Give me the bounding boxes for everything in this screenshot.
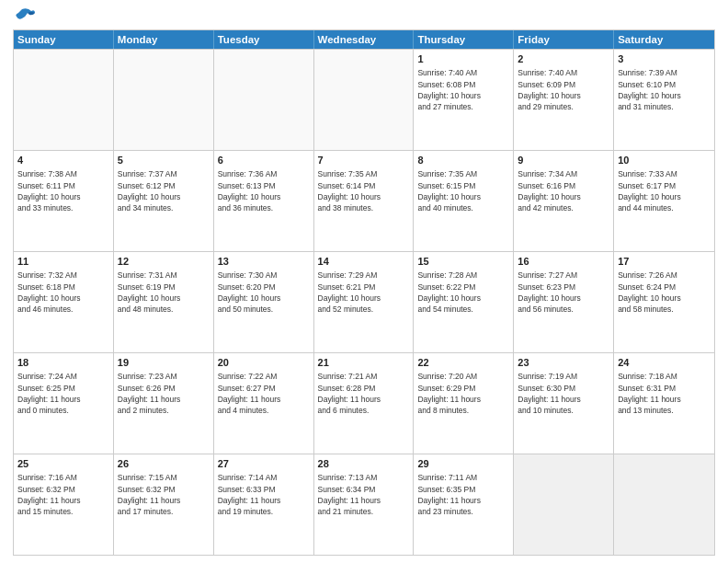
day-number: 16 bbox=[518, 255, 609, 269]
cal-header-sunday: Sunday bbox=[14, 30, 114, 49]
cal-cell-day-26: 26Sunrise: 7:15 AM Sunset: 6:32 PM Dayli… bbox=[114, 454, 214, 555]
cal-cell-day-16: 16Sunrise: 7:27 AM Sunset: 6:23 PM Dayli… bbox=[514, 252, 614, 352]
day-info: Sunrise: 7:30 AM Sunset: 6:20 PM Dayligh… bbox=[218, 270, 310, 315]
day-info: Sunrise: 7:31 AM Sunset: 6:19 PM Dayligh… bbox=[118, 270, 210, 315]
day-info: Sunrise: 7:15 AM Sunset: 6:32 PM Dayligh… bbox=[118, 472, 210, 517]
cal-cell-day-14: 14Sunrise: 7:29 AM Sunset: 6:21 PM Dayli… bbox=[314, 252, 415, 352]
cal-cell-day-8: 8Sunrise: 7:35 AM Sunset: 6:15 PM Daylig… bbox=[414, 151, 514, 251]
calendar-week-5: 25Sunrise: 7:16 AM Sunset: 6:32 PM Dayli… bbox=[14, 454, 714, 555]
day-number: 17 bbox=[618, 255, 711, 269]
day-number: 4 bbox=[17, 154, 109, 167]
calendar: SundayMondayTuesdayWednesdayThursdayFrid… bbox=[13, 29, 715, 556]
calendar-body: 1Sunrise: 7:40 AM Sunset: 6:08 PM Daylig… bbox=[14, 49, 714, 555]
cal-header-friday: Friday bbox=[514, 30, 614, 49]
day-number: 6 bbox=[218, 154, 310, 167]
cal-cell-day-22: 22Sunrise: 7:20 AM Sunset: 6:29 PM Dayli… bbox=[414, 353, 514, 454]
day-number: 2 bbox=[518, 52, 609, 66]
cal-cell-day-11: 11Sunrise: 7:32 AM Sunset: 6:18 PM Dayli… bbox=[14, 252, 114, 352]
day-number: 10 bbox=[618, 154, 711, 167]
day-number: 11 bbox=[17, 255, 109, 269]
day-info: Sunrise: 7:16 AM Sunset: 6:32 PM Dayligh… bbox=[17, 472, 109, 517]
day-info: Sunrise: 7:19 AM Sunset: 6:30 PM Dayligh… bbox=[518, 371, 609, 416]
day-info: Sunrise: 7:39 AM Sunset: 6:10 PM Dayligh… bbox=[618, 67, 711, 112]
cal-header-saturday: Saturday bbox=[614, 30, 714, 49]
day-info: Sunrise: 7:21 AM Sunset: 6:28 PM Dayligh… bbox=[318, 371, 410, 416]
header bbox=[13, 11, 715, 24]
day-info: Sunrise: 7:23 AM Sunset: 6:26 PM Dayligh… bbox=[118, 371, 210, 416]
day-number: 3 bbox=[618, 52, 711, 66]
day-number: 5 bbox=[118, 154, 210, 167]
day-info: Sunrise: 7:22 AM Sunset: 6:27 PM Dayligh… bbox=[218, 371, 310, 416]
cal-cell-day-20: 20Sunrise: 7:22 AM Sunset: 6:27 PM Dayli… bbox=[214, 353, 314, 454]
logo bbox=[13, 11, 35, 24]
day-number: 13 bbox=[218, 255, 310, 269]
cal-cell-empty bbox=[314, 50, 415, 150]
cal-cell-day-13: 13Sunrise: 7:30 AM Sunset: 6:20 PM Dayli… bbox=[214, 252, 314, 352]
calendar-week-4: 18Sunrise: 7:24 AM Sunset: 6:25 PM Dayli… bbox=[14, 352, 714, 454]
cal-header-monday: Monday bbox=[114, 30, 214, 49]
page: SundayMondayTuesdayWednesdayThursdayFrid… bbox=[0, 0, 728, 563]
day-number: 29 bbox=[417, 457, 509, 471]
day-number: 22 bbox=[417, 356, 509, 370]
cal-cell-day-24: 24Sunrise: 7:18 AM Sunset: 6:31 PM Dayli… bbox=[614, 353, 714, 454]
cal-cell-day-18: 18Sunrise: 7:24 AM Sunset: 6:25 PM Dayli… bbox=[14, 353, 114, 454]
day-number: 9 bbox=[518, 154, 609, 167]
calendar-week-3: 11Sunrise: 7:32 AM Sunset: 6:18 PM Dayli… bbox=[14, 251, 714, 352]
day-info: Sunrise: 7:14 AM Sunset: 6:33 PM Dayligh… bbox=[218, 472, 310, 517]
cal-cell-empty bbox=[114, 50, 214, 150]
cal-cell-day-27: 27Sunrise: 7:14 AM Sunset: 6:33 PM Dayli… bbox=[214, 454, 314, 555]
day-info: Sunrise: 7:40 AM Sunset: 6:09 PM Dayligh… bbox=[518, 67, 609, 112]
day-info: Sunrise: 7:11 AM Sunset: 6:35 PM Dayligh… bbox=[417, 472, 509, 517]
cal-cell-day-23: 23Sunrise: 7:19 AM Sunset: 6:30 PM Dayli… bbox=[514, 353, 614, 454]
cal-cell-day-1: 1Sunrise: 7:40 AM Sunset: 6:08 PM Daylig… bbox=[414, 50, 514, 150]
day-info: Sunrise: 7:27 AM Sunset: 6:23 PM Dayligh… bbox=[518, 270, 609, 315]
cal-cell-day-19: 19Sunrise: 7:23 AM Sunset: 6:26 PM Dayli… bbox=[114, 353, 214, 454]
cal-cell-day-15: 15Sunrise: 7:28 AM Sunset: 6:22 PM Dayli… bbox=[414, 252, 514, 352]
cal-cell-day-7: 7Sunrise: 7:35 AM Sunset: 6:14 PM Daylig… bbox=[314, 151, 415, 251]
day-info: Sunrise: 7:38 AM Sunset: 6:11 PM Dayligh… bbox=[17, 168, 109, 213]
cal-cell-empty bbox=[614, 454, 714, 555]
calendar-week-2: 4Sunrise: 7:38 AM Sunset: 6:11 PM Daylig… bbox=[14, 150, 714, 251]
day-number: 18 bbox=[17, 356, 109, 370]
day-number: 23 bbox=[518, 356, 609, 370]
day-number: 19 bbox=[118, 356, 210, 370]
cal-header-thursday: Thursday bbox=[414, 30, 514, 49]
day-number: 25 bbox=[17, 457, 109, 471]
cal-cell-day-21: 21Sunrise: 7:21 AM Sunset: 6:28 PM Dayli… bbox=[314, 353, 415, 454]
day-info: Sunrise: 7:40 AM Sunset: 6:08 PM Dayligh… bbox=[417, 67, 509, 112]
day-number: 21 bbox=[318, 356, 410, 370]
cal-header-wednesday: Wednesday bbox=[314, 30, 415, 49]
day-info: Sunrise: 7:20 AM Sunset: 6:29 PM Dayligh… bbox=[417, 371, 509, 416]
day-number: 12 bbox=[118, 255, 210, 269]
day-info: Sunrise: 7:13 AM Sunset: 6:34 PM Dayligh… bbox=[318, 472, 410, 517]
cal-cell-empty bbox=[514, 454, 614, 555]
day-number: 28 bbox=[318, 457, 410, 471]
cal-cell-day-3: 3Sunrise: 7:39 AM Sunset: 6:10 PM Daylig… bbox=[614, 50, 714, 150]
day-info: Sunrise: 7:33 AM Sunset: 6:17 PM Dayligh… bbox=[618, 168, 711, 213]
day-info: Sunrise: 7:24 AM Sunset: 6:25 PM Dayligh… bbox=[17, 371, 109, 416]
day-number: 20 bbox=[218, 356, 310, 370]
day-info: Sunrise: 7:36 AM Sunset: 6:13 PM Dayligh… bbox=[218, 168, 310, 213]
day-info: Sunrise: 7:28 AM Sunset: 6:22 PM Dayligh… bbox=[417, 270, 509, 315]
calendar-week-1: 1Sunrise: 7:40 AM Sunset: 6:08 PM Daylig… bbox=[14, 49, 714, 150]
cal-cell-empty bbox=[214, 50, 314, 150]
cal-header-tuesday: Tuesday bbox=[214, 30, 314, 49]
day-info: Sunrise: 7:26 AM Sunset: 6:24 PM Dayligh… bbox=[618, 270, 711, 315]
day-number: 7 bbox=[318, 154, 410, 167]
day-info: Sunrise: 7:32 AM Sunset: 6:18 PM Dayligh… bbox=[17, 270, 109, 315]
day-number: 14 bbox=[318, 255, 410, 269]
logo-bird-icon bbox=[15, 7, 35, 24]
cal-cell-day-29: 29Sunrise: 7:11 AM Sunset: 6:35 PM Dayli… bbox=[414, 454, 514, 555]
day-info: Sunrise: 7:37 AM Sunset: 6:12 PM Dayligh… bbox=[118, 168, 210, 213]
cal-cell-day-5: 5Sunrise: 7:37 AM Sunset: 6:12 PM Daylig… bbox=[114, 151, 214, 251]
day-info: Sunrise: 7:34 AM Sunset: 6:16 PM Dayligh… bbox=[518, 168, 609, 213]
cal-cell-day-10: 10Sunrise: 7:33 AM Sunset: 6:17 PM Dayli… bbox=[614, 151, 714, 251]
day-number: 1 bbox=[417, 52, 509, 66]
day-number: 26 bbox=[118, 457, 210, 471]
cal-cell-empty bbox=[14, 50, 114, 150]
day-number: 8 bbox=[417, 154, 509, 167]
day-number: 24 bbox=[618, 356, 711, 370]
cal-cell-day-9: 9Sunrise: 7:34 AM Sunset: 6:16 PM Daylig… bbox=[514, 151, 614, 251]
day-info: Sunrise: 7:35 AM Sunset: 6:14 PM Dayligh… bbox=[318, 168, 410, 213]
cal-cell-day-4: 4Sunrise: 7:38 AM Sunset: 6:11 PM Daylig… bbox=[14, 151, 114, 251]
